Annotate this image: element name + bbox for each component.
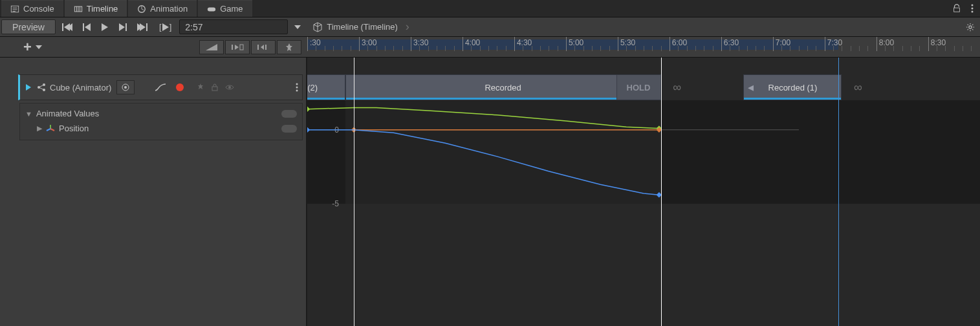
svg-point-43 — [228, 86, 231, 89]
svg-marker-29 — [206, 44, 217, 50]
svg-marker-20 — [119, 23, 125, 31]
goto-start-button[interactable] — [57, 17, 78, 36]
curve-Position.y[interactable] — [307, 107, 659, 128]
property-label: Position — [59, 124, 89, 133]
kebab-icon[interactable] — [964, 0, 980, 17]
keyframe[interactable] — [307, 106, 310, 111]
track-header[interactable]: Cube (Animator) — [18, 74, 303, 100]
goto-end-button[interactable] — [132, 17, 153, 36]
animated-values-header[interactable]: ▼ Animated Values — [20, 106, 302, 121]
breadcrumb-label: Timeline (Timeline) — [327, 22, 398, 32]
track-menu-button[interactable] — [296, 83, 298, 92]
play-range-button[interactable]: [] — [153, 17, 178, 36]
timeline-content[interactable]: d (2)◂RecordedHOLDRecorded (1)◂∞∞0-5 — [307, 58, 980, 326]
svg-rect-24 — [146, 23, 147, 31]
svg-marker-28 — [36, 45, 42, 49]
next-frame-button[interactable] — [114, 17, 132, 36]
track-marker-icon — [24, 83, 33, 92]
timeline-breadcrumb[interactable]: Timeline (Timeline) › — [306, 17, 961, 36]
preview-button[interactable]: Preview — [1, 19, 56, 34]
play-button[interactable] — [96, 17, 114, 36]
svg-point-44 — [296, 83, 298, 85]
value-pill[interactable] — [281, 125, 297, 133]
lock-icon[interactable] — [949, 0, 964, 17]
svg-line-49 — [47, 129, 50, 131]
animated-values-panel: ▼ Animated Values ▶ Position — [19, 103, 303, 140]
tab-game-label: Game — [220, 4, 243, 14]
preview-label: Preview — [12, 22, 45, 32]
timeline-subbar: + :303:003:304:004:305:005:306:006:307:0… — [0, 37, 980, 58]
console-icon — [10, 5, 19, 14]
animator-icon — [37, 83, 46, 92]
edit-mode-buttons — [199, 40, 307, 54]
svg-point-11 — [972, 5, 974, 6]
svg-rect-30 — [232, 45, 233, 50]
range-blue-marker[interactable] — [838, 58, 839, 326]
gear-icon — [966, 22, 975, 32]
tab-console[interactable]: Console — [1, 0, 63, 17]
tab-game[interactable]: Game — [198, 0, 252, 17]
svg-marker-36 — [26, 84, 31, 91]
range-end-marker[interactable] — [661, 58, 662, 326]
svg-rect-21 — [125, 23, 127, 31]
svg-marker-23 — [140, 23, 146, 31]
curve-area[interactable]: 0-5 — [307, 100, 980, 204]
property-row-position[interactable]: ▶ Position — [20, 121, 302, 136]
clip[interactable]: d (2)◂ — [307, 74, 345, 100]
svg-point-45 — [296, 87, 298, 89]
curve-Position.z[interactable] — [307, 130, 659, 195]
svg-point-12 — [972, 8, 974, 10]
value-pill[interactable] — [281, 110, 297, 118]
track-name: Cube (Animator) — [50, 83, 111, 92]
svg-point-27 — [969, 25, 972, 28]
settings-button[interactable] — [961, 17, 980, 36]
track-toggle-group — [197, 83, 234, 91]
playhead[interactable] — [354, 58, 354, 326]
time-dropdown-button[interactable] — [289, 17, 306, 36]
clip-in-icon: ◂ — [748, 80, 754, 94]
svg-rect-42 — [212, 87, 217, 91]
keyframe[interactable] — [307, 127, 310, 132]
clip-label: Recorded — [485, 83, 521, 92]
tab-animation[interactable]: Animation — [128, 0, 197, 17]
svg-rect-14 — [62, 23, 63, 31]
clip-label: Recorded (1) — [768, 83, 818, 92]
add-track-button[interactable]: + — [19, 39, 46, 56]
lock-small-icon[interactable] — [211, 83, 219, 91]
svg-point-41 — [124, 86, 127, 89]
curve-button[interactable] — [153, 80, 168, 94]
clip[interactable]: Recorded (1)◂ — [743, 74, 842, 100]
pin-icon[interactable] — [197, 83, 204, 91]
replace-mode-button[interactable] — [251, 40, 276, 54]
clip[interactable]: RecordedHOLD — [345, 74, 661, 100]
pin-button[interactable] — [277, 40, 301, 54]
clip-label: d (2) — [307, 83, 318, 92]
track-binding-button[interactable] — [116, 80, 135, 94]
track-list-panel: Cube (Animator) ▼ Animated Values — [0, 58, 307, 326]
loop-icon: ∞ — [854, 81, 862, 94]
tab-timeline[interactable]: Timeline — [65, 0, 127, 17]
svg-rect-10 — [954, 8, 960, 12]
record-icon — [176, 83, 184, 91]
svg-rect-32 — [240, 45, 243, 50]
mix-mode-button[interactable] — [199, 40, 224, 54]
record-button[interactable] — [173, 80, 186, 94]
svg-rect-17 — [83, 23, 84, 31]
svg-rect-35 — [265, 45, 267, 50]
svg-marker-19 — [102, 23, 108, 31]
svg-marker-34 — [261, 45, 264, 50]
eye-icon[interactable] — [225, 83, 234, 91]
chevron-right-icon: › — [406, 20, 409, 34]
transform-icon — [46, 124, 55, 133]
foldout-arrow-icon: ▼ — [25, 110, 32, 118]
timeline-icon — [74, 5, 83, 14]
clip-hold-region: HOLD — [616, 75, 660, 100]
loop-icon: ∞ — [673, 81, 681, 94]
prev-frame-button[interactable] — [78, 17, 96, 36]
time-ruler[interactable]: :303:003:304:004:305:005:306:006:307:007… — [307, 37, 980, 57]
tab-console-label: Console — [23, 4, 54, 14]
current-time-field[interactable]: 2:57 — [179, 19, 288, 34]
ripple-mode-button[interactable] — [225, 40, 250, 54]
svg-rect-9 — [208, 7, 215, 11]
timeline-toolbar: Preview [] 2:57 Timeline (Timeline) › — [0, 17, 980, 37]
